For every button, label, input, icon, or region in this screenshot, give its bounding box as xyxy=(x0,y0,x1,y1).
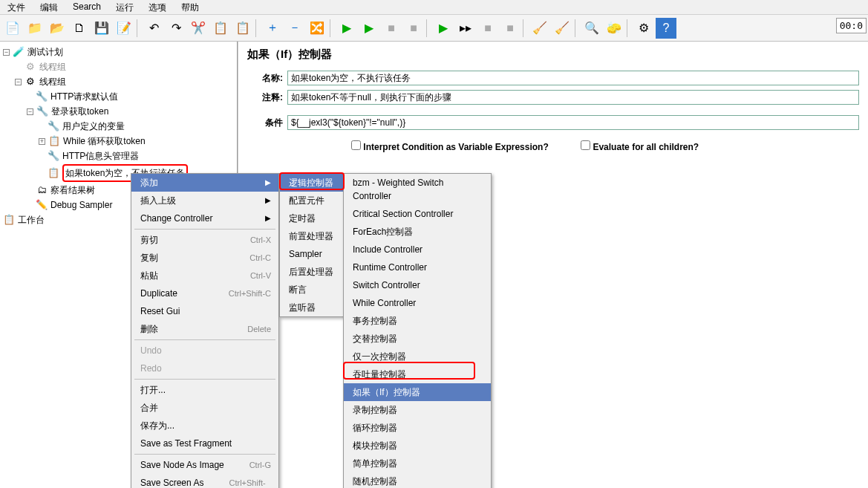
label-condition: 条件 xyxy=(247,117,283,129)
function-helper-icon[interactable]: ⚙ xyxy=(633,18,654,39)
panel-title: 如果（If）控制器 xyxy=(247,48,859,62)
cut-icon[interactable]: ✂️ xyxy=(188,18,209,39)
menu-search[interactable]: Search xyxy=(65,0,108,14)
tree-login-token[interactable]: −🔧登录获取token xyxy=(0,104,237,119)
remote-shutdown-icon[interactable]: ■ xyxy=(500,18,521,39)
file-close-icon[interactable]: 🗋 xyxy=(69,18,90,39)
ctx-delete[interactable]: 删除Delete xyxy=(131,320,278,338)
lc-if[interactable]: 如果（If）控制器 xyxy=(344,383,491,401)
lc-include[interactable]: Include Controller xyxy=(344,241,491,258)
tree-thread-group-2[interactable]: −⚙线程组 xyxy=(0,74,237,89)
tree-http-header[interactable]: 🔧HTTP信息头管理器 xyxy=(0,149,237,163)
ctx-save-fragment[interactable]: Save as Test Fragment xyxy=(131,435,278,452)
ctx-cut[interactable]: 剪切Ctrl-X xyxy=(131,231,278,249)
comment-input[interactable] xyxy=(287,90,859,105)
lc-random[interactable]: 随机控制器 xyxy=(344,472,491,488)
run-icon[interactable]: ▶ xyxy=(336,18,357,39)
ctx-change-controller[interactable]: Change Controller▶ xyxy=(131,209,278,227)
remote-stop-icon[interactable]: ■ xyxy=(477,18,498,39)
clear-icon[interactable]: 🧹 xyxy=(529,18,550,39)
menu-edit[interactable]: 编辑 xyxy=(33,0,65,14)
context-menu: 添加▶ 插入上级▶ Change Controller▶ 剪切Ctrl-X 复制… xyxy=(131,173,279,488)
tree-thread-group-1[interactable]: −⚙线程组 xyxy=(0,59,237,74)
menu-file[interactable]: 文件 xyxy=(0,0,33,14)
ctx-reset-gui[interactable]: Reset Gui xyxy=(131,302,278,320)
label-name: 名称: xyxy=(247,72,283,85)
lc-module[interactable]: 模块控制器 xyxy=(344,437,491,455)
ctx-duplicate[interactable]: DuplicateCtrl+Shift-C xyxy=(131,284,278,302)
undo-icon[interactable]: ↶ xyxy=(143,18,164,39)
file-new-icon[interactable]: 📄 xyxy=(2,18,23,39)
expand-icon[interactable]: ＋ xyxy=(262,18,283,39)
lc-foreach[interactable]: ForEach控制器 xyxy=(344,223,491,241)
menu-options[interactable]: 选项 xyxy=(141,0,174,14)
lc-bzm-weighted[interactable]: bzm - Weighted Switch Controller xyxy=(344,174,491,205)
templates-icon[interactable]: 📁 xyxy=(25,18,45,39)
ctx-undo: Undo xyxy=(131,342,278,360)
lc-simple[interactable]: 简单控制器 xyxy=(344,455,491,472)
stop-icon[interactable]: ■ xyxy=(381,18,402,39)
shutdown-icon[interactable]: ■ xyxy=(403,18,424,39)
file-open-icon[interactable]: 📂 xyxy=(47,18,68,39)
tree-test-plan[interactable]: −🧪测试计划 xyxy=(0,45,237,59)
help-icon[interactable]: ? xyxy=(656,18,676,39)
ctx-insert-parent[interactable]: 插入上级▶ xyxy=(131,192,278,209)
lc-runtime[interactable]: Runtime Controller xyxy=(344,258,491,276)
search-icon[interactable]: 🔍 xyxy=(581,18,602,39)
toolbar: 📄 📁 📂 🗋 💾 📝 ↶ ↷ ✂️ 📋 📋 ＋ － 🔀 ▶ ▶ ■ ■ ▶ ▸… xyxy=(0,15,868,42)
collapse-icon[interactable]: － xyxy=(284,18,305,39)
lc-throughput[interactable]: 吞吐量控制器 xyxy=(344,365,491,383)
menu-run[interactable]: 运行 xyxy=(108,0,141,14)
toggle-icon[interactable]: 🔀 xyxy=(307,18,327,39)
ctx-paste[interactable]: 粘贴Ctrl-V xyxy=(131,267,278,284)
lc-transaction[interactable]: 事务控制器 xyxy=(344,312,491,330)
evaluate-all-checkbox[interactable]: Evaluate for all children? xyxy=(581,142,699,152)
save-as-icon[interactable]: 📝 xyxy=(114,18,134,39)
tree-while-loop[interactable]: +📋While 循环获取token xyxy=(0,134,237,149)
submenu-logic-controller: bzm - Weighted Switch Controller Critica… xyxy=(343,173,492,488)
ctx-merge[interactable]: 合并 xyxy=(131,399,278,417)
label-comment: 注释: xyxy=(247,91,283,104)
redo-icon[interactable]: ↷ xyxy=(166,18,186,39)
tree-http-defaults[interactable]: 🔧HTTP请求默认值 xyxy=(0,89,237,104)
ctx-open[interactable]: 打开... xyxy=(131,381,278,399)
ctx-save-node-image[interactable]: Save Node As ImageCtrl-G xyxy=(131,456,278,474)
ctx-save-as[interactable]: 保存为... xyxy=(131,417,278,435)
ctx-copy[interactable]: 复制Ctrl-C xyxy=(131,249,278,267)
ctx-add[interactable]: 添加▶ xyxy=(131,174,278,192)
interpret-checkbox[interactable]: Interpret Condition as Variable Expressi… xyxy=(351,142,549,152)
lc-recording[interactable]: 录制控制器 xyxy=(344,401,491,419)
lc-interleave[interactable]: 交替控制器 xyxy=(344,330,491,348)
paste-icon[interactable]: 📋 xyxy=(232,18,253,39)
remote-start-all-icon[interactable]: ▸▸ xyxy=(455,18,476,39)
menu-help[interactable]: 帮助 xyxy=(174,0,206,14)
clear-all-icon[interactable]: 🧹 xyxy=(552,18,572,39)
lc-switch[interactable]: Switch Controller xyxy=(344,276,491,294)
ctx-redo: Redo xyxy=(131,360,278,377)
condition-input[interactable] xyxy=(287,115,859,130)
save-icon[interactable]: 💾 xyxy=(91,18,112,39)
tree-user-vars[interactable]: 🔧用户定义的变量 xyxy=(0,119,237,134)
elapsed-timer: 00:0 xyxy=(836,18,867,33)
reset-search-icon[interactable]: 🧽 xyxy=(604,18,624,39)
menubar: 文件 编辑 Search 运行 选项 帮助 xyxy=(0,0,868,15)
lc-loop[interactable]: 循环控制器 xyxy=(344,419,491,437)
remote-start-icon[interactable]: ▶ xyxy=(433,18,454,39)
copy-icon[interactable]: 📋 xyxy=(210,18,231,39)
run-notimer-icon[interactable]: ▶ xyxy=(359,18,379,39)
name-input[interactable] xyxy=(287,71,859,85)
lc-while[interactable]: While Controller xyxy=(344,294,491,312)
lc-once-only[interactable]: 仅一次控制器 xyxy=(344,348,491,365)
ctx-save-screen-image[interactable]: Save Screen As ImageCtrl+Shift-G xyxy=(131,474,278,488)
lc-critical-section[interactable]: Critical Section Controller xyxy=(344,205,491,223)
